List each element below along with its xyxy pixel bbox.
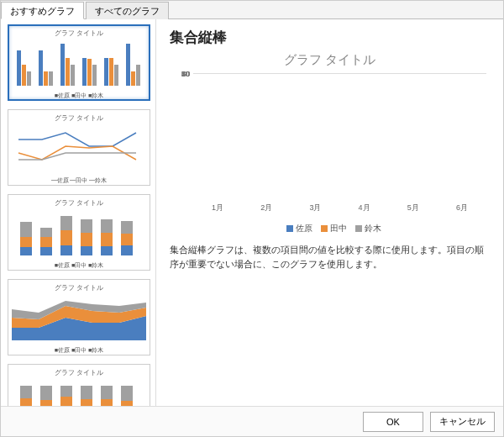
- preview-pane: 集合縦棒 グラフ タイトル 010203040506070 1月2月3月4月5月…: [156, 19, 503, 406]
- x-tick-label: 6月: [438, 199, 486, 216]
- chart-legend: 佐原田中鈴木: [170, 223, 490, 234]
- svg-rect-33: [121, 221, 133, 234]
- tab-all-charts[interactable]: すべてのグラフ: [86, 2, 169, 19]
- svg-rect-15: [126, 44, 130, 86]
- svg-rect-52: [101, 399, 113, 406]
- thumb-chart: [12, 124, 146, 175]
- svg-rect-1: [22, 65, 26, 86]
- svg-rect-8: [71, 65, 75, 86]
- svg-rect-31: [101, 233, 113, 246]
- ok-button[interactable]: OK: [363, 412, 423, 432]
- svg-rect-46: [60, 397, 72, 406]
- thumb-clustered-column[interactable]: グラフ タイトル: [8, 24, 150, 101]
- main-chart: 010203040506070 1月2月3月4月5月6月: [170, 73, 490, 216]
- tab-strip: おすすめグラフ すべてのグラフ: [1, 1, 503, 19]
- svg-rect-43: [40, 400, 52, 406]
- svg-rect-11: [92, 65, 97, 86]
- x-tick-label: 1月: [193, 199, 242, 216]
- svg-rect-21: [40, 228, 52, 237]
- svg-rect-22: [40, 237, 52, 247]
- thumb-title: グラフ タイトル: [12, 113, 146, 123]
- thumb-title: グラフ タイトル: [12, 198, 146, 208]
- svg-rect-25: [60, 230, 72, 245]
- thumbnail-list[interactable]: グラフ タイトル: [1, 19, 156, 406]
- svg-rect-14: [114, 65, 118, 86]
- insert-chart-dialog: { "tabs": { "recommended": "おすすめグラフ", "a…: [0, 0, 504, 437]
- svg-rect-19: [20, 237, 32, 247]
- chart-description: 集合縦棒グラフは、複数の項目間の値を比較する際に使用します。項目の順序が重要でな…: [170, 243, 490, 271]
- thumb-title: グラフ タイトル: [12, 29, 146, 38]
- tab-recommended[interactable]: おすすめグラフ: [1, 2, 84, 19]
- svg-rect-6: [60, 44, 65, 86]
- svg-rect-18: [20, 222, 32, 237]
- x-tick-label: 4月: [340, 199, 389, 216]
- svg-rect-28: [81, 233, 92, 246]
- dialog-body: グラフ タイトル: [1, 19, 503, 406]
- svg-rect-10: [87, 59, 92, 86]
- svg-rect-3: [39, 50, 43, 86]
- svg-rect-48: [81, 386, 92, 399]
- svg-rect-26: [60, 245, 72, 255]
- legend-label: 佐原: [296, 224, 312, 233]
- thumb-legend: ■佐原 ■田中 ■鈴木: [12, 261, 146, 268]
- legend-swatch: [321, 225, 328, 232]
- svg-rect-27: [81, 219, 92, 233]
- svg-rect-20: [20, 247, 32, 255]
- x-tick-label: 2月: [242, 199, 291, 216]
- svg-rect-30: [101, 219, 113, 233]
- y-tick-label: 70: [171, 70, 190, 78]
- thumb-title: グラフ タイトル: [12, 368, 146, 377]
- svg-rect-13: [109, 58, 113, 86]
- svg-rect-7: [66, 58, 70, 86]
- svg-rect-29: [81, 246, 92, 255]
- legend-swatch: [355, 225, 362, 232]
- thumb-chart: [12, 39, 146, 90]
- thumb-chart: [12, 209, 146, 260]
- svg-rect-39: [20, 386, 32, 398]
- svg-rect-9: [82, 58, 87, 86]
- svg-rect-0: [17, 50, 21, 86]
- svg-rect-32: [101, 246, 113, 255]
- legend-swatch: [286, 225, 293, 232]
- legend-label: 鈴木: [365, 224, 381, 233]
- thumb-chart: [12, 379, 146, 406]
- thumb-100pct-stacked-column[interactable]: グラフ タイトル ■佐原 ■田中 ■鈴木: [8, 364, 150, 406]
- svg-rect-51: [101, 386, 113, 399]
- svg-rect-23: [40, 247, 52, 255]
- svg-rect-17: [136, 65, 140, 86]
- thumb-title: グラフ タイトル: [12, 283, 146, 292]
- svg-rect-45: [60, 386, 72, 397]
- svg-rect-5: [49, 71, 53, 86]
- chart-type-name: 集合縦棒: [170, 28, 490, 47]
- svg-rect-35: [121, 245, 133, 255]
- thumb-stacked-area[interactable]: グラフ タイトル ■佐原 ■田中 ■鈴木: [8, 279, 150, 355]
- thumb-line[interactable]: グラフ タイトル ━佐原 ━田中 ━鈴木: [8, 109, 150, 186]
- thumb-legend: ━佐原 ━田中 ━鈴木: [12, 176, 146, 183]
- chart-title: グラフ タイトル: [170, 52, 490, 68]
- svg-rect-4: [44, 71, 48, 86]
- svg-rect-16: [131, 71, 135, 86]
- thumb-stacked-column[interactable]: グラフ タイトル ■佐原 ■田中 ■鈴木: [8, 194, 150, 271]
- svg-rect-24: [60, 216, 72, 230]
- svg-rect-42: [40, 386, 52, 400]
- x-tick-label: 5月: [389, 199, 438, 216]
- svg-rect-40: [20, 398, 32, 406]
- legend-label: 田中: [330, 224, 347, 233]
- svg-rect-49: [81, 399, 92, 406]
- thumb-legend: ■佐原 ■田中 ■鈴木: [12, 346, 146, 353]
- svg-rect-12: [104, 58, 108, 86]
- x-tick-label: 3月: [291, 199, 339, 216]
- svg-rect-2: [27, 71, 31, 86]
- svg-rect-34: [121, 234, 133, 245]
- thumb-chart: [12, 294, 146, 345]
- dialog-buttons: OK キャンセル: [1, 406, 503, 436]
- svg-rect-54: [121, 386, 133, 401]
- svg-rect-55: [121, 401, 133, 406]
- thumb-legend: ■佐原 ■田中 ■鈴木: [12, 92, 146, 98]
- cancel-button[interactable]: キャンセル: [430, 412, 495, 432]
